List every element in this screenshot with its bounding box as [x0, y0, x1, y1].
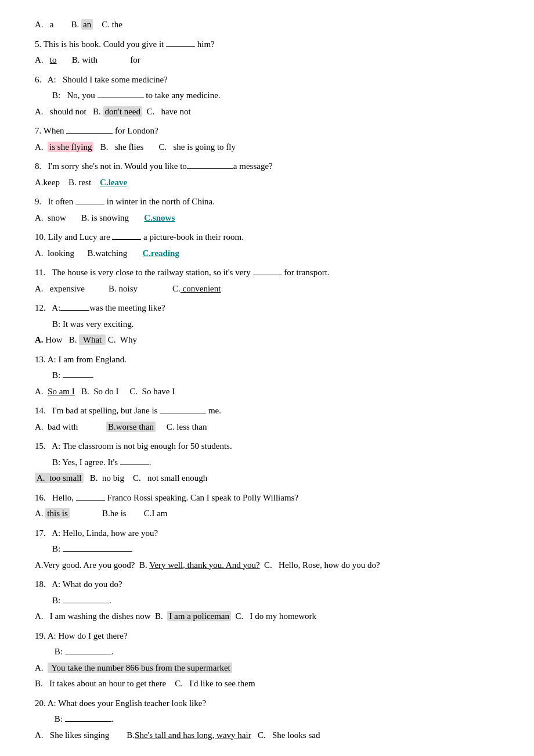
q18-options: A. I am washing the dishes now B. I am a… — [35, 609, 499, 624]
q14-optB: B.worse than — [106, 422, 156, 432]
q12-options: A. How B. What C. Why — [35, 333, 499, 348]
top-options: A. a B. an C. the — [35, 17, 499, 33]
q13-stemA: 13. A: I am from England. — [35, 352, 499, 368]
q6-stemB: B: No, you to take any medicine. — [35, 88, 499, 103]
q15-options: A. too small B. no big C. not small enou… — [35, 471, 499, 486]
q12-optB: What — [79, 334, 106, 345]
q20-stemB: B: . — [35, 712, 499, 727]
q12-stemB: B: It was very exciting. — [35, 317, 499, 332]
q12-stemA: 12. A:was the meeting like? — [35, 301, 499, 316]
q19-stemB: B: . — [35, 645, 499, 660]
q16-options: A. this is B.he is C.I am — [35, 506, 499, 521]
q5-options: A. to B. with for — [35, 53, 499, 68]
q13-stemB: B: . — [35, 368, 499, 383]
q11-options: A. expensive B. noisy C. convenient — [35, 282, 499, 297]
q20-options: A. She likes singing B.She's tall and ha… — [35, 728, 499, 743]
q16-stem: 16. Hello, Franco Rossi speaking. Can I … — [35, 491, 499, 506]
q6-optB: don't need — [103, 106, 142, 117]
q10-stem: 10. Lily and Lucy are a picture-book in … — [35, 230, 499, 245]
q7-stem: 7. When for London? — [35, 124, 499, 139]
q10-optC: C.reading — [142, 249, 179, 258]
q5-stem: 5. This is his book. Could you give it h… — [35, 37, 499, 52]
q13-options: A. So am I B. So do I C. So have I — [35, 384, 499, 399]
q9-stem: 9. It often in winter in the north of Ch… — [35, 195, 499, 210]
q11-stem: 11. The house is very close to the railw… — [35, 265, 499, 280]
q19-optA-text: You take the number 866 bus from the sup… — [48, 663, 232, 673]
q15-stemB: B: Yes, I agree. It's . — [35, 455, 499, 470]
q10-options: A. looking B.watching C.reading — [35, 246, 499, 261]
q9-options: A. snow B. is snowing C.snows — [35, 211, 499, 226]
q17-options: A.Very good. Are you good? B. Very well,… — [35, 558, 499, 573]
q14-options: A. bad with B.worse than C. less than — [35, 420, 499, 435]
q17-optB: Very well, thank you. And you? — [149, 560, 259, 570]
q18-stemA: 18. A: What do you do? — [35, 577, 499, 592]
q15-stemA: 15. A: The classroom is not big enough f… — [35, 439, 499, 454]
q5-optA: to — [50, 55, 57, 64]
q9-optC: C.snows — [144, 213, 175, 222]
q13-optA: So am I — [48, 387, 75, 396]
q18-optB: I am a policeman — [167, 611, 231, 621]
q20-optB: She's tall and has long, wavy hair — [135, 730, 251, 740]
q8-options: A.keep B. rest C.leave — [35, 175, 499, 190]
q8-optC: C.leave — [100, 178, 127, 187]
q11-optC: convenient — [181, 284, 221, 293]
q17-stemB: B: — [35, 542, 499, 557]
q6-stemA: 6. A: Should I take some medicine? — [35, 73, 499, 88]
q20-stemA: 20. A: What does your English teacher lo… — [35, 696, 499, 711]
q19-optA: A. You take the number 866 bus from the … — [35, 661, 499, 676]
q8-stem: 8. I'm sorry she's not in. Would you lik… — [35, 159, 499, 174]
option-an: an — [81, 19, 93, 30]
q19-stemA: 19. A: How do I get there? — [35, 629, 499, 644]
q15-optA: A. too small — [35, 473, 84, 483]
q16-optA: this is — [45, 508, 69, 519]
q17-stemA: 17. A: Hello, Linda, how are you? — [35, 526, 499, 541]
q12-optA-label: A. — [35, 335, 44, 344]
q6-options: A. should not B. don't need C. have not — [35, 105, 499, 120]
q18-stemB: B: . — [35, 593, 499, 609]
q7-options: A. is she flying B. she flies C. she is … — [35, 140, 499, 155]
q7-optA: is she flying — [48, 142, 93, 152]
q19-optBC: B. It takes about an hour to get there C… — [35, 676, 499, 692]
q14-stem: 14. I'm bad at spelling, but Jane is me. — [35, 404, 499, 419]
